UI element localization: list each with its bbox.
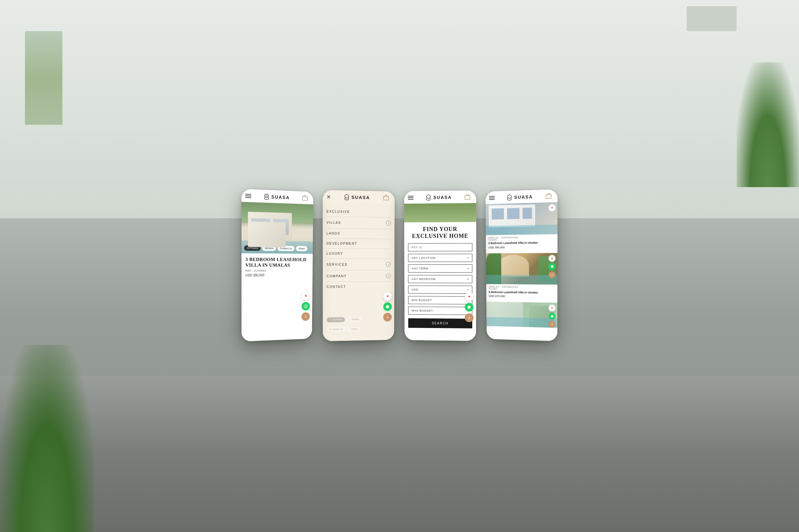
whatsapp-icon — [304, 304, 308, 308]
share-button[interactable]: Share — [296, 246, 307, 251]
listing1-heart-btn[interactable]: ♥ — [549, 204, 556, 211]
faded-photos-btn: 📷 20 Photos — [326, 317, 345, 322]
phone3-heart-button[interactable]: ♥ — [465, 292, 473, 301]
whatsapp-icon-2 — [386, 305, 389, 309]
phone2-heart-button[interactable]: ♥ — [383, 292, 392, 301]
bg-plants-left — [0, 345, 94, 532]
whatsapp-icon-l2 — [550, 265, 553, 268]
suasa-logo-icon — [263, 193, 270, 200]
photo-action-buttons: 20 Photos Wishlist Contact Us Share — [244, 245, 311, 251]
phone1-bag-icon[interactable] — [301, 195, 310, 202]
phone1-logo-text: SUASA — [271, 194, 290, 200]
phone-search: SUASA FIND YOUR EXCLUSIVE HOME ANY LOCAT… — [404, 191, 476, 341]
phone1-villa-image: 20 Photos Wishlist Contact Us Share — [241, 202, 313, 254]
bedroom-select[interactable]: ANY BEDROOM ▾ — [408, 275, 473, 283]
listing3-up-btn[interactable]: ∧ — [548, 321, 555, 328]
heart-float-button[interactable]: ♥ — [302, 291, 310, 300]
currency-select[interactable]: USD ▾ — [408, 286, 473, 294]
menu-item-lands[interactable]: LANDS — [326, 229, 391, 239]
max-budget-label: MAX BUDGET — [412, 309, 433, 312]
listing-2-actions: ♥ ∧ — [549, 255, 556, 278]
hamburger-icon-4[interactable] — [489, 196, 495, 200]
phone3-whatsapp-button[interactable] — [465, 303, 473, 311]
property-price: USD 390,000 — [245, 273, 309, 277]
bg-plants-right — [737, 62, 799, 187]
property-ref: REF: VLH0891 — [245, 269, 309, 272]
bg-wall — [0, 0, 799, 218]
whatsapp-float-button[interactable] — [302, 302, 310, 310]
faded-contact-btn: ⏱ Contact Us — [327, 327, 345, 332]
phone2-menu-content: 3 BEDROOMLEASEHOLD VILLAIN UMALAS REF: V… — [323, 203, 395, 341]
menu-item-services[interactable]: SERVICES + — [326, 259, 391, 270]
search-title-line2: EXCLUSIVE HOME — [412, 233, 469, 239]
search-title: FIND YOUR EXCLUSIVE HOME — [408, 226, 472, 240]
bg-floor — [0, 376, 799, 532]
menu-item-luxury[interactable]: LUXURY — [326, 249, 391, 259]
expand-company-icon[interactable]: + — [386, 273, 391, 279]
phone2-whatsapp-button[interactable] — [383, 303, 392, 311]
max-budget-select[interactable]: MAX BUDGET ▾ — [408, 306, 472, 315]
listing3-heart-btn[interactable]: ♥ — [548, 305, 555, 311]
ref-id-input[interactable] — [408, 243, 472, 252]
menu-label-company: COMPANY — [326, 274, 346, 278]
min-budget-select[interactable]: MIN BUDGET ▾ — [408, 296, 472, 305]
menu-label-villas: VILLAS — [326, 221, 341, 225]
search-button[interactable]: SEARCH — [408, 318, 472, 328]
contact-us-button[interactable]: Contact Us — [277, 246, 295, 251]
listing2-up-btn[interactable]: ∧ — [549, 271, 556, 278]
phone2-bag-icon[interactable] — [382, 194, 391, 202]
listing2-whatsapp-btn[interactable] — [549, 263, 556, 270]
bg-ceiling-light — [687, 6, 737, 31]
suasa-logo-icon-4 — [506, 194, 513, 201]
chevron-down-icon-term: ▾ — [467, 267, 469, 270]
phone3-menu-trigger[interactable] — [408, 196, 414, 200]
listing3-whatsapp-btn[interactable] — [548, 313, 555, 320]
phone3-up-button[interactable]: ∧ — [465, 314, 473, 322]
phone2-header: ✕ SUASA — [323, 190, 395, 204]
hamburger-icon[interactable] — [245, 194, 251, 198]
listing-2-price: USD 670,000 — [489, 295, 555, 299]
listings-container: UMALAS - KEROBOKAN VLH0891 3 Bedroom Lea… — [486, 202, 558, 341]
listing-item-2[interactable]: UMALAS - KEROBOKAN VLH0887 5 Bedroom Lea… — [486, 253, 558, 303]
phone-property-detail: SUASA 20 Photos Wishlist Contact Us Shar… — [241, 189, 313, 342]
phone2-logo: SUASA — [343, 194, 370, 201]
search-title-line1: FIND YOUR — [423, 226, 457, 232]
phone1-menu-trigger[interactable] — [245, 194, 251, 198]
hamburger-icon-3[interactable] — [408, 196, 414, 200]
faded-wishlist-btn: ♡ Wishlist — [347, 317, 362, 322]
menu-item-company[interactable]: COMPANY + — [326, 270, 391, 282]
listing-item-1[interactable]: UMALAS - KEROBOKAN VLH0891 3 Bedroom Lea… — [486, 202, 558, 253]
whatsapp-icon-3 — [467, 305, 471, 309]
listing1-pool — [486, 225, 558, 235]
photos-button[interactable]: 20 Photos — [244, 245, 260, 251]
phone2-close-trigger[interactable]: ✕ — [326, 194, 330, 200]
phone4-menu-trigger[interactable] — [489, 196, 495, 200]
close-icon[interactable]: ✕ — [326, 194, 330, 200]
svg-point-0 — [266, 195, 268, 196]
listing-1-actions: ♥ — [549, 204, 556, 211]
menu-item-villas[interactable]: VILLAS + — [326, 217, 391, 229]
listing2-heart-btn[interactable]: ♥ — [549, 255, 556, 262]
property-title: 3 BEDROOM LEASEHOLD VILLA IN UMALAS — [245, 256, 309, 268]
phone1-logo: SUASA — [263, 193, 290, 201]
chevron-down-icon-currency: ▾ — [467, 288, 469, 291]
menu-item-contact[interactable]: CONTACT — [326, 282, 391, 291]
scroll-up-float-button[interactable]: ∧ — [302, 312, 310, 321]
phone3-bag-icon[interactable] — [464, 194, 472, 201]
phone4-bag-icon[interactable] — [545, 193, 554, 200]
listing-3-image — [486, 302, 558, 328]
suasa-logo-icon-3 — [425, 194, 432, 201]
min-budget-label: MIN BUDGET — [412, 299, 432, 302]
expand-villas-icon[interactable]: + — [386, 221, 391, 226]
villa-window — [251, 218, 270, 234]
menu-item-exclusive[interactable]: EXCLUSIVE — [326, 207, 391, 218]
phone2-faded-actions: 📷 20 Photos ♡ Wishlist — [326, 317, 391, 322]
menu-item-development[interactable]: DEVELOPMENT — [326, 239, 391, 249]
location-select[interactable]: ANY LOCATION ▾ — [408, 254, 472, 262]
listing-item-3[interactable]: ♥ ∧ — [486, 302, 558, 330]
expand-services-icon[interactable]: + — [386, 262, 391, 267]
listing3-pool — [487, 317, 558, 328]
wishlist-button[interactable]: Wishlist — [262, 245, 276, 251]
whatsapp-icon-l3 — [550, 315, 553, 318]
term-select[interactable]: ANY TERM ▾ — [408, 264, 473, 272]
